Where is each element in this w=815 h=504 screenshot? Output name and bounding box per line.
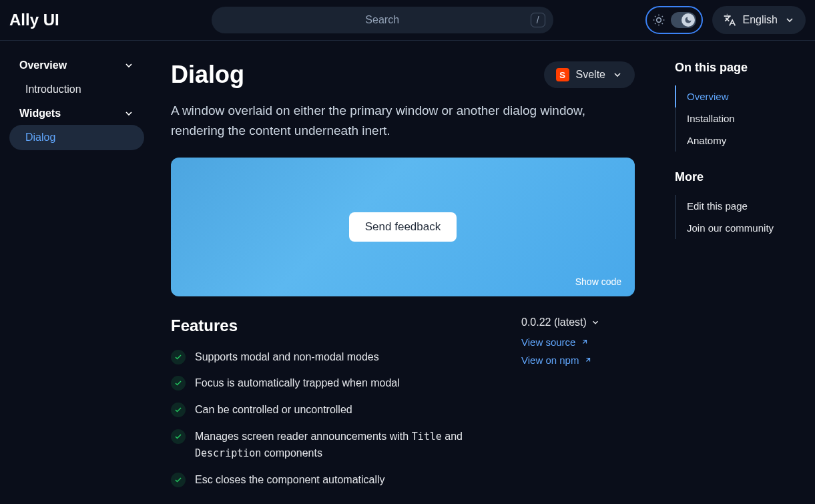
toc-item[interactable]: Overview — [675, 85, 802, 107]
check-icon — [171, 429, 186, 444]
view-source-link[interactable]: View source — [521, 336, 635, 348]
feature-item: Focus is automatically trapped when moda… — [171, 374, 495, 392]
chevron-down-icon — [591, 318, 600, 327]
theme-switch[interactable] — [671, 12, 696, 28]
search-shortcut-key: / — [531, 13, 545, 27]
check-icon — [171, 473, 186, 487]
theme-toggle[interactable] — [645, 6, 703, 34]
link-label: View source — [521, 336, 575, 348]
toc-heading: More — [675, 170, 802, 184]
language-select[interactable]: English — [712, 6, 806, 34]
sidebar-section-label: Overview — [19, 59, 67, 71]
external-link-icon — [584, 356, 592, 364]
feature-list: Supports modal and non-modal modesFocus … — [171, 348, 495, 489]
chevron-down-icon — [123, 108, 134, 119]
sidebar: Overview Introduction Widgets Dialog — [0, 41, 154, 504]
check-icon — [171, 376, 186, 391]
view-npm-link[interactable]: View on npm — [521, 354, 635, 366]
sidebar-section-widgets[interactable]: Widgets — [9, 102, 144, 125]
translate-icon — [723, 13, 736, 27]
toc-heading: On this page — [675, 61, 802, 75]
sun-icon — [652, 13, 665, 27]
toc-list: Edit this pageJoin our community — [675, 195, 802, 239]
external-link-icon — [581, 338, 589, 346]
feature-item: Can be controlled or uncontrolled — [171, 401, 495, 419]
link-label: View on npm — [521, 354, 579, 366]
page-description: A window overlaid on either the primary … — [171, 101, 635, 142]
feature-item: Esc closes the component automatically — [171, 471, 495, 489]
send-feedback-button[interactable]: Send feedback — [349, 212, 457, 242]
toc-list: OverviewInstallationAnatomy — [675, 85, 802, 152]
version-label: 0.0.22 (latest) — [521, 316, 587, 328]
logo[interactable]: Ally UI — [9, 11, 59, 29]
check-icon — [171, 403, 186, 417]
demo-area: Send feedback Show code — [171, 158, 635, 296]
features-heading: Features — [171, 316, 495, 335]
main-content: Dialog S Svelte A window overlaid on eit… — [154, 41, 661, 504]
sidebar-item-introduction[interactable]: Introduction — [9, 77, 144, 102]
feature-text: Manages screen reader announcements with… — [195, 428, 495, 462]
toc-item[interactable]: Anatomy — [676, 130, 802, 152]
feature-item: Manages screen reader announcements with… — [171, 428, 495, 462]
feature-text: Esc closes the component automatically — [195, 471, 385, 489]
framework-label: Svelte — [576, 69, 605, 81]
search-input[interactable]: Search / — [212, 7, 553, 33]
toc-item[interactable]: Installation — [676, 107, 802, 130]
sidebar-item-dialog[interactable]: Dialog — [9, 125, 144, 150]
svg-point-0 — [656, 18, 661, 23]
chevron-down-icon — [123, 60, 134, 71]
sidebar-section-overview[interactable]: Overview — [9, 54, 144, 77]
table-of-contents: On this page OverviewInstallationAnatomy… — [661, 41, 815, 504]
moon-icon — [682, 13, 695, 27]
feature-item: Supports modal and non-modal modes — [171, 348, 495, 366]
toc-item[interactable]: Edit this page — [676, 195, 802, 217]
svelte-icon: S — [556, 68, 569, 81]
chevron-down-icon — [784, 15, 795, 25]
feature-text: Supports modal and non-modal modes — [195, 348, 379, 366]
search-placeholder: Search — [365, 14, 399, 26]
show-code-button[interactable]: Show code — [575, 276, 621, 287]
framework-select[interactable]: S Svelte — [544, 61, 635, 88]
sidebar-section-label: Widgets — [19, 107, 61, 119]
feature-text: Can be controlled or uncontrolled — [195, 401, 352, 419]
page-title: Dialog — [171, 61, 244, 89]
language-label: English — [743, 14, 778, 26]
version-select[interactable]: 0.0.22 (latest) — [521, 316, 635, 328]
chevron-down-icon — [612, 69, 623, 80]
check-icon — [171, 350, 186, 364]
feature-text: Focus is automatically trapped when moda… — [195, 374, 400, 392]
toc-item[interactable]: Join our community — [676, 217, 802, 239]
